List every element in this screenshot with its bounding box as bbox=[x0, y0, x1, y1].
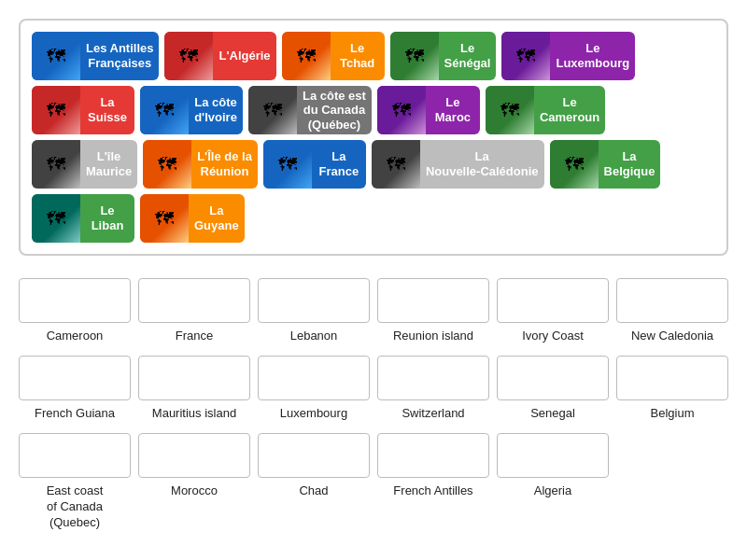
drop-label-dz-luxembourg: Luxembourg bbox=[280, 406, 347, 422]
map-thumbnail-cote-est: 🗺 bbox=[248, 86, 297, 134]
map-thumbnail-ile-maurice: 🗺 bbox=[32, 140, 80, 189]
card-label-senegal: Le Sénégal bbox=[439, 37, 497, 74]
drop-label-dz-morocco: Morocco bbox=[171, 483, 218, 499]
source-card-belgique[interactable]: 🗺La Belgique bbox=[550, 140, 661, 189]
drop-box-dz-morocco[interactable] bbox=[138, 433, 250, 478]
source-card-france[interactable]: 🗺La France bbox=[263, 140, 366, 189]
card-label-liban: Le Liban bbox=[80, 200, 134, 236]
drop-label-dz-senegal: Senegal bbox=[530, 406, 575, 422]
card-label-maroc: Le Maroc bbox=[426, 91, 480, 128]
drop-item-dz-east-coast: East coast of Canada (Quebec) bbox=[19, 433, 131, 531]
drop-box-dz-french-antilles[interactable] bbox=[377, 433, 489, 478]
map-thumbnail-maroc: 🗺 bbox=[377, 86, 426, 134]
drop-item-dz-algeria: Algeria bbox=[497, 433, 609, 531]
source-card-luxembourg[interactable]: 🗺Le Luxembourg bbox=[501, 32, 635, 80]
drop-item-dz-luxembourg: Luxembourg bbox=[258, 356, 370, 422]
drop-label-dz-france: France bbox=[176, 329, 213, 344]
drop-item-dz-lebanon: Lebanon bbox=[258, 278, 370, 344]
card-label-antilles: Les Antilles Françaises bbox=[80, 37, 159, 74]
source-card-guyane[interactable]: 🗺La Guyane bbox=[140, 194, 245, 243]
drop-box-dz-mauritius[interactable] bbox=[138, 356, 250, 400]
map-thumbnail-suisse: 🗺 bbox=[32, 86, 80, 134]
map-thumbnail-ile-reunion: 🗺 bbox=[143, 140, 191, 189]
source-card-nouvelle-caledonie[interactable]: 🗺La Nouvelle-Calédonie bbox=[372, 140, 544, 189]
source-card-cote-est[interactable]: 🗺La côte est du Canada (Québec) bbox=[248, 86, 372, 134]
map-thumbnail-belgique: 🗺 bbox=[550, 140, 599, 189]
drop-box-dz-algeria[interactable] bbox=[497, 433, 609, 478]
drop-box-dz-reunion[interactable] bbox=[377, 278, 489, 323]
map-thumbnail-senegal: 🗺 bbox=[390, 32, 439, 80]
drop-item-dz-morocco: Morocco bbox=[138, 433, 250, 531]
drop-label-dz-switzerland: Switzerland bbox=[402, 406, 464, 422]
card-label-algerie: L'Algérie bbox=[213, 45, 275, 67]
drop-label-dz-french-guiana: French Guiana bbox=[35, 406, 115, 422]
drop-box-dz-france[interactable] bbox=[138, 278, 250, 323]
map-thumbnail-antilles: 🗺 bbox=[32, 32, 80, 80]
map-thumbnail-cameroun: 🗺 bbox=[486, 86, 534, 134]
drop-item-dz-reunion: Reunion island bbox=[377, 278, 489, 344]
drop-box-dz-senegal[interactable] bbox=[497, 356, 609, 400]
drop-label-dz-reunion: Reunion island bbox=[393, 329, 473, 344]
map-thumbnail-guyane: 🗺 bbox=[140, 194, 189, 243]
drop-item-dz-french-antilles: French Antilles bbox=[377, 433, 489, 531]
drop-box-dz-french-guiana[interactable] bbox=[19, 356, 131, 400]
drop-item-dz-cameroon: Cameroon bbox=[19, 278, 131, 344]
drop-label-dz-ivory-coast: Ivory Coast bbox=[522, 329, 584, 344]
drop-item-dz-chad: Chad bbox=[258, 433, 370, 531]
card-label-luxembourg: Le Luxembourg bbox=[550, 37, 635, 74]
drop-label-dz-new-caledonia: New Caledonia bbox=[631, 329, 713, 344]
drop-item-dz-mauritius: Mauritius island bbox=[138, 356, 250, 422]
drop-box-dz-ivory-coast[interactable] bbox=[497, 278, 609, 323]
source-cards-area: 🗺Les Antilles Françaises🗺L'Algérie🗺Le Tc… bbox=[19, 19, 728, 256]
source-card-liban[interactable]: 🗺Le Liban bbox=[32, 194, 134, 243]
map-thumbnail-luxembourg: 🗺 bbox=[501, 32, 550, 80]
drop-label-dz-belgium: Belgium bbox=[651, 406, 695, 422]
card-label-france: La France bbox=[312, 146, 366, 182]
drop-zones-grid: CameroonFranceLebanonReunion islandIvory… bbox=[19, 278, 728, 530]
drop-label-dz-east-coast: East coast of Canada (Quebec) bbox=[47, 483, 104, 531]
drop-box-dz-switzerland[interactable] bbox=[377, 356, 489, 400]
drop-item-dz-switzerland: Switzerland bbox=[377, 356, 489, 422]
drop-label-dz-algeria: Algeria bbox=[534, 483, 571, 499]
map-thumbnail-france: 🗺 bbox=[263, 140, 312, 189]
card-label-ile-reunion: L'Île de la Réunion bbox=[191, 146, 258, 182]
card-label-suisse: La Suisse bbox=[80, 91, 134, 128]
source-card-maroc[interactable]: 🗺Le Maroc bbox=[377, 86, 480, 134]
drop-label-dz-chad: Chad bbox=[299, 483, 328, 499]
source-card-ile-maurice[interactable]: 🗺L'île Maurice bbox=[32, 140, 137, 189]
source-card-suisse[interactable]: 🗺La Suisse bbox=[32, 86, 134, 134]
drop-item-dz-belgium: Belgium bbox=[616, 356, 728, 422]
card-label-belgique: La Belgique bbox=[599, 146, 661, 182]
source-card-ile-reunion[interactable]: 🗺L'Île de la Réunion bbox=[143, 140, 258, 189]
map-thumbnail-cote-ivoire: 🗺 bbox=[140, 86, 189, 134]
drop-label-dz-cameroon: Cameroon bbox=[47, 329, 104, 344]
map-thumbnail-liban: 🗺 bbox=[32, 194, 80, 243]
source-card-tchad[interactable]: 🗺Le Tchad bbox=[282, 32, 385, 80]
map-thumbnail-nouvelle-caledonie: 🗺 bbox=[372, 140, 420, 189]
drop-item-dz-french-guiana: French Guiana bbox=[19, 356, 131, 422]
drop-box-dz-lebanon[interactable] bbox=[258, 278, 370, 323]
drop-box-dz-cameroon[interactable] bbox=[19, 278, 131, 323]
drop-box-dz-new-caledonia[interactable] bbox=[616, 278, 728, 323]
drop-box-dz-east-coast[interactable] bbox=[19, 433, 131, 478]
drop-item-dz-senegal: Senegal bbox=[497, 356, 609, 422]
source-card-senegal[interactable]: 🗺Le Sénégal bbox=[390, 32, 497, 80]
drop-item-dz-france: France bbox=[138, 278, 250, 344]
source-card-algerie[interactable]: 🗺L'Algérie bbox=[164, 32, 275, 80]
drop-label-dz-mauritius: Mauritius island bbox=[152, 406, 236, 422]
drop-item-dz-ivory-coast: Ivory Coast bbox=[497, 278, 609, 344]
card-label-cote-ivoire: La côte d'Ivoire bbox=[189, 91, 243, 128]
drop-box-dz-chad[interactable] bbox=[258, 433, 370, 478]
grid-spacer bbox=[616, 433, 728, 531]
source-card-cote-ivoire[interactable]: 🗺La côte d'Ivoire bbox=[140, 86, 243, 134]
card-label-ile-maurice: L'île Maurice bbox=[80, 146, 137, 182]
source-card-antilles[interactable]: 🗺Les Antilles Françaises bbox=[32, 32, 159, 80]
card-label-guyane: La Guyane bbox=[189, 200, 245, 236]
drop-box-dz-belgium[interactable] bbox=[616, 356, 728, 400]
source-card-cameroun[interactable]: 🗺Le Cameroun bbox=[486, 86, 605, 134]
card-label-cameroun: Le Cameroun bbox=[534, 91, 605, 128]
drop-box-dz-luxembourg[interactable] bbox=[258, 356, 370, 400]
drop-label-dz-lebanon: Lebanon bbox=[290, 329, 338, 344]
drop-label-dz-french-antilles: French Antilles bbox=[393, 483, 472, 499]
map-thumbnail-tchad: 🗺 bbox=[282, 32, 331, 80]
